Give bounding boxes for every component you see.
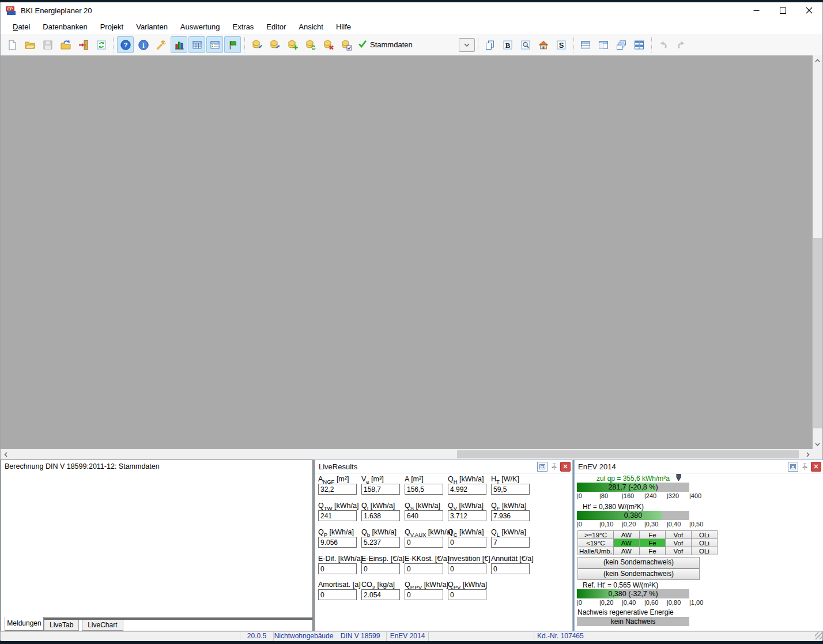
minimize-button[interactable]	[743, 2, 769, 19]
split-horizontal-button[interactable]	[577, 36, 594, 53]
sondernachweis-button[interactable]: (kein Sondernachweis)	[577, 568, 700, 580]
help-circle-button[interactable]: ?	[117, 36, 134, 53]
resize-grip-icon[interactable]	[815, 632, 822, 639]
stammdaten-combobox[interactable]	[459, 38, 475, 52]
open-folder-button[interactable]	[21, 36, 38, 53]
info-circle-button[interactable]: i	[135, 36, 152, 53]
horizontal-scroll-thumb[interactable]	[457, 450, 799, 458]
refresh-doc-button[interactable]	[93, 36, 110, 53]
scroll-left-arrow[interactable]	[1, 449, 10, 460]
vertical-scrollbar[interactable]	[813, 55, 822, 449]
split-vertical-button[interactable]	[595, 36, 612, 53]
field-input[interactable]	[491, 563, 530, 574]
menu-item-varianten[interactable]: Varianten	[130, 21, 174, 33]
cascade-windows-button[interactable]	[613, 36, 630, 53]
field-input[interactable]	[448, 563, 486, 574]
field-input[interactable]	[361, 510, 400, 521]
maximize-icon	[780, 6, 786, 16]
field-input[interactable]	[491, 484, 530, 495]
maximize-button[interactable]	[769, 2, 796, 19]
close-button[interactable]	[560, 462, 571, 472]
matrix-cell[interactable]: Fe	[639, 531, 665, 539]
zone-matrix: >=19°CAWFeVofOLi<19°CAWFeVofOLiHalle/Umb…	[577, 530, 718, 555]
close-button[interactable]	[796, 2, 822, 19]
tab-livetab[interactable]: LiveTab	[44, 620, 79, 631]
scroll-right-arrow[interactable]	[803, 449, 813, 460]
details-view-button[interactable]	[206, 36, 223, 53]
new-file-button[interactable]	[3, 36, 20, 53]
matrix-cell[interactable]: Vof	[665, 531, 691, 539]
copy-pages-button[interactable]	[482, 36, 499, 53]
db-verify-button[interactable]	[338, 36, 354, 53]
menu-item-extras[interactable]: Extras	[226, 21, 261, 33]
restore-button[interactable]	[537, 462, 548, 472]
letter-s-button[interactable]: S	[553, 36, 570, 53]
folder-export-button[interactable]	[57, 36, 74, 53]
db-refresh-button[interactable]	[302, 36, 319, 53]
menu-item-datei[interactable]: Datei	[6, 21, 36, 33]
field-input[interactable]	[448, 589, 486, 600]
matrix-cell[interactable]: Fe	[639, 539, 665, 547]
matrix-cell[interactable]: Vof	[665, 539, 691, 547]
field-input[interactable]	[361, 589, 400, 600]
horizontal-scrollbar[interactable]	[1, 449, 813, 460]
pin-button[interactable]	[549, 462, 558, 471]
menu-item-projekt[interactable]: Projekt	[94, 21, 130, 33]
field-input[interactable]	[405, 589, 443, 600]
close-button[interactable]	[811, 462, 821, 472]
field-input[interactable]	[448, 510, 486, 521]
restore-button[interactable]	[788, 462, 798, 472]
print-preview-button[interactable]	[518, 36, 534, 53]
enev-header-buttons	[786, 462, 821, 472]
field-input[interactable]	[448, 484, 486, 495]
green-flag-button[interactable]	[224, 36, 241, 53]
field-input[interactable]	[318, 537, 357, 548]
tab-livechart[interactable]: LiveChart	[82, 620, 123, 631]
matrix-cell[interactable]: OLi	[691, 539, 717, 547]
field-input[interactable]	[448, 537, 486, 548]
tab-meldungen[interactable]: Meldungen	[5, 617, 44, 631]
db-checkout-button[interactable]	[266, 36, 283, 53]
db-checkin-button[interactable]	[248, 36, 265, 53]
matrix-cell[interactable]: AW	[613, 539, 639, 547]
liveresults-field: QS [kWh/a]	[405, 502, 440, 511]
matrix-cell[interactable]: Vof	[665, 547, 691, 555]
matrix-cell[interactable]: OLi	[691, 547, 717, 555]
matrix-cell[interactable]: Fe	[639, 547, 665, 555]
matrix-cell[interactable]: OLi	[691, 531, 717, 539]
field-input[interactable]	[318, 484, 357, 495]
field-input[interactable]	[361, 484, 400, 495]
field-input[interactable]	[318, 510, 357, 521]
menu-item-auswertung[interactable]: Auswertung	[174, 21, 226, 33]
pin-button[interactable]	[800, 462, 809, 471]
field-input[interactable]	[318, 589, 357, 600]
bar-chart-button[interactable]	[171, 36, 187, 53]
scroll-down-arrow[interactable]	[813, 439, 822, 449]
field-input[interactable]	[405, 563, 443, 574]
sondernachweis-button[interactable]: (kein Sondernachweis)	[577, 557, 700, 568]
home-button[interactable]	[535, 36, 552, 53]
field-input[interactable]	[405, 484, 443, 495]
field-input[interactable]	[491, 537, 530, 548]
menu-item-editor[interactable]: Editor	[260, 21, 292, 33]
exit-door-button[interactable]	[75, 36, 92, 53]
menu-item-ansicht[interactable]: Ansicht	[292, 21, 330, 33]
vertical-scroll-thumb[interactable]	[813, 238, 822, 428]
table-view-button[interactable]	[188, 36, 205, 53]
scroll-up-arrow[interactable]	[813, 55, 822, 65]
field-input[interactable]	[318, 563, 357, 574]
db-add-button[interactable]	[284, 36, 301, 53]
matrix-cell[interactable]: AW	[613, 547, 639, 555]
field-input[interactable]	[361, 537, 400, 548]
field-input[interactable]	[361, 563, 400, 574]
field-input[interactable]	[405, 537, 443, 548]
field-input[interactable]	[491, 510, 530, 521]
menu-item-hilfe[interactable]: Hilfe	[330, 21, 357, 33]
bold-b-button[interactable]: B	[500, 36, 516, 53]
matrix-cell[interactable]: AW	[613, 531, 639, 539]
field-input[interactable]	[405, 510, 443, 521]
tile-windows-button[interactable]	[631, 36, 648, 53]
menu-item-datenbanken[interactable]: Datenbanken	[36, 21, 93, 33]
wrench-button[interactable]	[153, 36, 169, 53]
db-delete-button[interactable]	[320, 36, 337, 53]
